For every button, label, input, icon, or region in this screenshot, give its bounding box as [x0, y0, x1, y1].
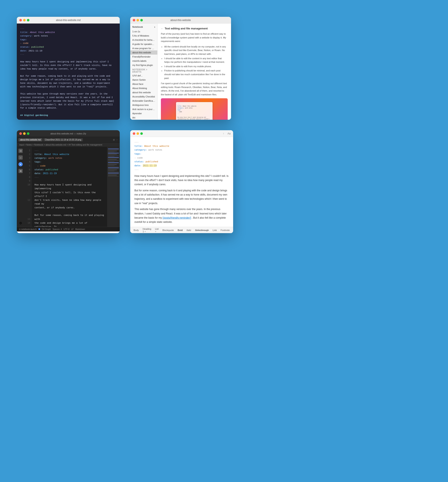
- titlebar-controls-w4: ↑ Aa: [223, 132, 231, 135]
- blockquote-button[interactable]: Blockquote: [161, 228, 175, 232]
- minimap-line: [108, 162, 119, 163]
- notebook-sidebar: Notebook › 1-on-1s 5 As of Mistakes A ch…: [130, 24, 158, 120]
- minimap-line: [108, 153, 119, 153]
- minimap-line: [108, 163, 119, 164]
- sidebar-header-notebook: Notebook ›: [130, 24, 157, 29]
- minimap-line: [108, 149, 119, 149]
- close-button-w1[interactable]: [19, 19, 22, 21]
- minimize-button-w3[interactable]: [23, 132, 26, 135]
- maximize-button-w4[interactable]: [140, 132, 143, 135]
- tab-screenshot[interactable]: CleanShot 2021-11-19 at 15.03.19.png: [43, 138, 83, 141]
- minimize-button-w1[interactable]: [23, 19, 26, 21]
- status-spaces: Spaces: 4: [53, 228, 62, 230]
- minimap-line: [108, 172, 119, 172]
- body-p3: This website has gone through many versi…: [134, 207, 229, 224]
- minimap-line: [108, 160, 119, 161]
- h1-button[interactable]: Heading 1 ÷: [141, 227, 152, 233]
- minimize-button-w4[interactable]: [136, 132, 139, 135]
- maximize-button-w3[interactable]: [27, 132, 29, 135]
- strikethrough-button[interactable]: Strikethrough: [194, 228, 210, 232]
- minimap-line: [108, 150, 119, 150]
- sidebar-item-friendly[interactable]: FriendlyReminder: [130, 55, 157, 59]
- sidebar-item-about-website[interactable]: about-this-website: [130, 50, 157, 55]
- maximize-button-w1[interactable]: [27, 19, 29, 21]
- editor-body-w4[interactable]: --- title: About this website category: …: [130, 137, 233, 227]
- code-line-9: [34, 179, 104, 183]
- paragraph-1: How many hours have I spent designing an…: [20, 60, 116, 71]
- tab-bar-w3: about-this-website.md CleanShot 2021-11-…: [17, 137, 120, 143]
- status-dot: [39, 228, 40, 230]
- split-icon[interactable]: ⊟: [113, 139, 115, 141]
- line-numbers: 1234567891012131415: [24, 147, 32, 227]
- table-button[interactable]: Table: [232, 228, 233, 232]
- code-line-12b: the code and design brings me a lot of s…: [34, 221, 104, 227]
- search-sidebar-icon[interactable]: ⌕: [18, 155, 23, 160]
- minimap-line: [108, 171, 114, 171]
- category-val: work notes: [34, 35, 48, 37]
- frontmatter-category-line: category: work notes: [20, 34, 116, 38]
- tab-md-file[interactable]: about-this-website.md: [18, 138, 42, 141]
- git-icon[interactable]: ●: [18, 162, 23, 166]
- sidebar-draft-5[interactable]: Accessibility Checklist: [130, 95, 157, 99]
- titlebar-w2: about-this-website: [130, 17, 231, 24]
- italic-button[interactable]: Italic: [185, 228, 192, 232]
- files-icon[interactable]: ⊡: [18, 149, 23, 153]
- sidebar-item-guide[interactable]: A guide for speaking a...: [130, 42, 157, 46]
- list-button[interactable]: List ÷: [154, 227, 160, 233]
- sidebar-item-figma[interactable]: my first figma plugin: [130, 63, 157, 67]
- status-notebook-launch: ⊙ notebook-launch: [19, 228, 37, 230]
- code-line-4: tags:: [34, 160, 104, 164]
- sidebar-draft-0[interactable]: U/VI def...: [130, 73, 157, 78]
- sidebar-draft-7[interactable]: Ambiguous loss: [130, 103, 157, 107]
- body-link[interactable]: [/posts/friendly-reminder/]: [163, 216, 191, 219]
- fm-dashes1: ---: [134, 140, 229, 144]
- sidebar-draft-10[interactable]: Art: [130, 115, 157, 120]
- extensions-icon[interactable]: ⊞: [18, 169, 23, 173]
- sidebar-chevron[interactable]: ›: [154, 25, 155, 29]
- sidebar-draft-1[interactable]: Aaron Sorkin: [130, 78, 157, 82]
- sidebar-draft-3[interactable]: About thinking: [130, 86, 157, 90]
- sidebar-item-program[interactable]: A new program for gra...: [130, 46, 157, 50]
- minimap-line: [108, 152, 114, 152]
- close-button-w3[interactable]: [19, 132, 22, 135]
- sidebar-item-misinfo[interactable]: misinfo-labels: [130, 59, 157, 63]
- code-line-8: ---: [34, 175, 104, 179]
- status-git-graph[interactable]: Git Graph: [42, 228, 51, 230]
- fm-title-line: title: About this website: [134, 144, 229, 148]
- minimap-line: [108, 159, 117, 160]
- status-language[interactable]: Markdown: [75, 228, 85, 230]
- sidebar-draft-about-website[interactable]: about this website: [130, 90, 157, 95]
- sidebar-draft-9[interactable]: Aprender: [130, 111, 157, 115]
- body-p2: But for some reason, coming back to it a…: [134, 188, 229, 206]
- minimize-button-w2[interactable]: [136, 19, 139, 21]
- sidebar-draft-6[interactable]: Actionable Gamification: [130, 99, 157, 103]
- paragraph-3: This website has gone through many versi…: [20, 92, 116, 110]
- fm-dashes2: ---: [134, 168, 229, 172]
- code-line-5: - code: [34, 164, 104, 168]
- footnote-button[interactable]: Footnote: [219, 228, 231, 232]
- body-p1: How many hours have I spent designing an…: [134, 174, 229, 187]
- maximize-button-w2[interactable]: [140, 19, 143, 21]
- code-line-12: But for some reason, coming back to it a…: [34, 213, 104, 221]
- minimap-line: [108, 169, 119, 169]
- code-content[interactable]: --- title: About this website category: …: [32, 147, 107, 227]
- body-button[interactable]: Body: [132, 228, 140, 232]
- frontmatter-title-line: title: About this website: [20, 31, 116, 34]
- fm-category-line: category: work notes: [134, 148, 229, 152]
- sidebar-item-1on1s[interactable]: 1-on-1s: [130, 29, 157, 34]
- fm-date-line: date: 2021-11-19: [134, 164, 229, 168]
- link-button[interactable]: Link: [211, 228, 218, 232]
- close-button-w2[interactable]: [133, 19, 135, 21]
- sidebar-item-5as[interactable]: 5 As of Mistakes: [130, 34, 157, 38]
- settings-sidebar-icon[interactable]: ⚙: [19, 221, 22, 225]
- format-icon[interactable]: Aa: [227, 132, 231, 135]
- bold-button[interactable]: Bold: [176, 228, 184, 232]
- sidebar-draft-2[interactable]: About face: [130, 82, 157, 86]
- share-icon[interactable]: ↑: [223, 132, 224, 135]
- sidebar-item-checklist[interactable]: A checklist for behavio...: [130, 38, 157, 42]
- settings-icon[interactable]: ⋯: [116, 139, 118, 141]
- sidebar-draft-8[interactable]: Anti racism is a journe...: [130, 107, 157, 111]
- notebook-bullet-4: Friction to publishing should be minimal…: [164, 69, 228, 80]
- close-button-w4[interactable]: [133, 132, 135, 135]
- minimap-line: [108, 155, 119, 155]
